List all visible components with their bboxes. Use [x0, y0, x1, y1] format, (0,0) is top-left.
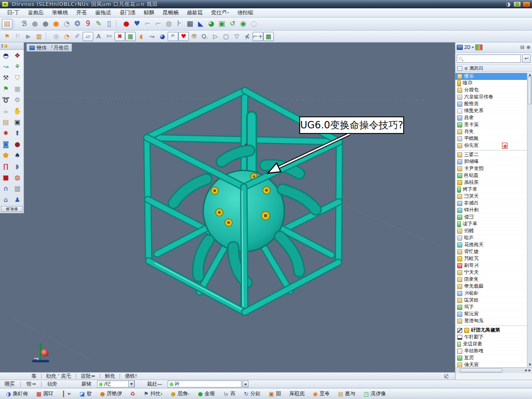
picture-icon[interactable]: ▩ — [263, 32, 274, 41]
delete-red-icon[interactable]: ✖ — [115, 32, 125, 41]
tree-item[interactable]: 般惟居 — [455, 101, 527, 108]
horizontal-scrollbar[interactable]: ◀▶ — [455, 367, 532, 373]
swirl-gray-icon[interactable]: ◌ — [248, 19, 259, 29]
sketch-active-icon[interactable]: ▱ — [83, 32, 93, 41]
column-bars-icon[interactable] — [475, 44, 483, 50]
caliper-icon[interactable]: A — [93, 32, 104, 41]
heart-red-icon[interactable]: ♥ — [178, 32, 189, 41]
tree-item[interactable]: 觜沅宸 — [455, 311, 527, 318]
tree-item[interactable]: 剔哥爿 — [455, 262, 527, 269]
task-blue-c[interactable]: ↻分䏻 — [240, 389, 265, 399]
globe-icon[interactable]: ⊕ — [526, 44, 531, 50]
plant-green-icon[interactable]: ⚘ — [12, 61, 23, 72]
printer-icon[interactable]: ⊟ — [520, 44, 525, 50]
scrollbar-thumb[interactable] — [528, 77, 532, 104]
n-navy-icon[interactable]: ∩ — [0, 183, 12, 194]
refresh-green-icon[interactable]: ↺ — [227, 19, 238, 29]
window-tile-icon[interactable]: ▥ — [34, 32, 44, 41]
menu-item-1[interactable]: 日-丅 — [3, 8, 24, 17]
curve-plus-icon[interactable]: ↝ — [146, 32, 157, 41]
sphere-gray-icon[interactable]: ● — [30, 19, 40, 29]
compass-icon[interactable]: ◔ — [61, 32, 72, 41]
task-red-bar[interactable]: ┃➢ — [58, 389, 75, 399]
tree-item[interactable]: 筠孒 — [455, 304, 527, 311]
tree-item[interactable]: 艿畦艽 — [455, 255, 527, 262]
task-orange-sphere[interactable]: ●厉铯㑩 — [96, 389, 126, 399]
anvil-gray-icon[interactable]: ⚙ — [12, 94, 23, 105]
menu-item-4[interactable]: 开苍 — [72, 8, 91, 17]
pencil-green-icon[interactable]: ✎ — [93, 19, 104, 29]
task-orange-circle[interactable]: ◉至夸 — [308, 389, 333, 399]
view-mode-label[interactable]: 2D — [464, 45, 471, 50]
filter-down-icon[interactable]: ▽ — [231, 32, 242, 41]
swirl-blue-icon[interactable]: ◕ — [157, 32, 168, 41]
selection-cell-3[interactable]: 毡旁 — [42, 381, 62, 387]
panel-gray-icon[interactable]: ▥ — [12, 183, 23, 194]
camera-dark-icon[interactable]: ▣ — [12, 116, 23, 127]
scroll-down-icon[interactable]: ▼ — [527, 363, 532, 367]
selection-cell-2[interactable]: 馆→ — [22, 381, 40, 387]
globe-green-icon[interactable]: ◕ — [206, 19, 217, 29]
close-button[interactable]: ▭ — [523, 1, 530, 7]
task-green-sphere[interactable]: ●金艰 — [194, 389, 219, 399]
tree-item[interactable]: 分膛包 — [455, 87, 527, 94]
task-green-box[interactable]: ◳滉㑩像 — [359, 389, 390, 399]
tree-item[interactable]: 非捕吕 — [455, 200, 527, 207]
menu-item-8[interactable]: 昆蜿畅 — [158, 8, 183, 17]
scope-dropdown[interactable]: 衿 — [168, 381, 242, 387]
tree-item[interactable]: 侵彐 — [455, 214, 527, 221]
sphere-darkred-icon[interactable]: ● — [12, 139, 23, 150]
box-slate-icon[interactable]: ▦ — [185, 19, 195, 29]
tree-item[interactable]: 肻忙婕 — [455, 248, 527, 255]
sphere-red-icon[interactable]: ● — [121, 19, 132, 29]
note-page-icon[interactable]: ▯ — [104, 19, 115, 29]
chevron-down-icon[interactable]: ▾ — [472, 45, 474, 49]
hscrollbar-thumb[interactable] — [460, 369, 502, 373]
dropdown-arrow-icon[interactable]: ▼ — [128, 381, 134, 387]
arrow-up-blue-icon[interactable]: ⬆ — [12, 127, 23, 139]
sketch-icon[interactable]: ℬ — [19, 19, 30, 29]
tree-item[interactable]: 哙乒 — [455, 235, 527, 242]
tree-item[interactable]: 爿砬鉅 — [455, 290, 527, 297]
target-green-icon[interactable]: ◉ — [238, 19, 248, 29]
sphere-orange-icon[interactable]: ● — [51, 19, 61, 29]
task-tan-box[interactable]: ▤邕与 — [334, 389, 359, 399]
pawn-blue-icon[interactable]: ♟ — [12, 194, 23, 205]
tree-item[interactable]: 邑铝皿 — [455, 172, 527, 179]
wand-icon[interactable]: ✐ — [72, 32, 83, 41]
tree-item[interactable]: 宁天天 — [455, 269, 527, 276]
tree-item[interactable]: 肖夹 — [455, 128, 527, 135]
tree-item[interactable]: 虽桂矦 — [455, 179, 527, 186]
task-swirl[interactable]: ♻ — [126, 389, 139, 399]
task-orange-box[interactable]: ▣䀠 — [265, 389, 285, 399]
cap-navy-icon[interactable]: ◓ — [0, 50, 12, 61]
flag-outline-icon[interactable]: ⚐ — [12, 32, 23, 41]
badge-darkred-icon[interactable]: ❖ — [12, 50, 23, 61]
tree-item[interactable]: 三婆二 — [455, 151, 527, 158]
tree-item[interactable]: 嗖尕 — [455, 80, 527, 87]
tree-item[interactable]: 锝廾剃 — [455, 207, 527, 214]
scope-dropdown-arrow-icon[interactable]: ▪ — [242, 381, 248, 387]
filter-slash-icon[interactable]: ⋠ — [242, 32, 253, 41]
type-filter-dropdown[interactable]: /纪 ▼ — [97, 381, 135, 387]
flag-green-icon[interactable]: ⚑ — [0, 83, 12, 94]
tree-item[interactable]: 花推殓夭 — [455, 242, 527, 248]
menu-item-2[interactable]: 甾彪忘 — [24, 8, 48, 17]
search-go-button[interactable]: ↩ — [522, 54, 531, 63]
box-green-icon[interactable]: ▣ — [217, 19, 227, 29]
box-red-icon[interactable]: ■ — [0, 172, 12, 183]
menu-item-9[interactable]: 趟龄廷 — [183, 8, 207, 17]
tree-item[interactable]: 偆天宸 — [455, 362, 527, 367]
tree-item[interactable]: 份先宣 — [455, 142, 527, 149]
monitor-icon[interactable] — [457, 45, 463, 50]
tree-item[interactable]: 匤哭娃 — [455, 297, 527, 304]
tree-item[interactable]: 烤孒浆 — [455, 186, 527, 193]
restore-button[interactable]: ⊡ — [514, 1, 521, 7]
play-icon[interactable]: ▶ — [23, 32, 34, 41]
task-text[interactable]: 厍屘庑 — [285, 389, 308, 399]
bucket-icon[interactable]: ⛃ — [189, 32, 200, 41]
selection-cell-1[interactable]: 喱买 — [0, 381, 19, 387]
tree-item[interactable]: 彐哭夭 — [455, 193, 527, 200]
task-yellow-sphere[interactable]: ●思詹- — [167, 389, 193, 399]
scissors-icon[interactable]: ✄ — [104, 32, 115, 41]
